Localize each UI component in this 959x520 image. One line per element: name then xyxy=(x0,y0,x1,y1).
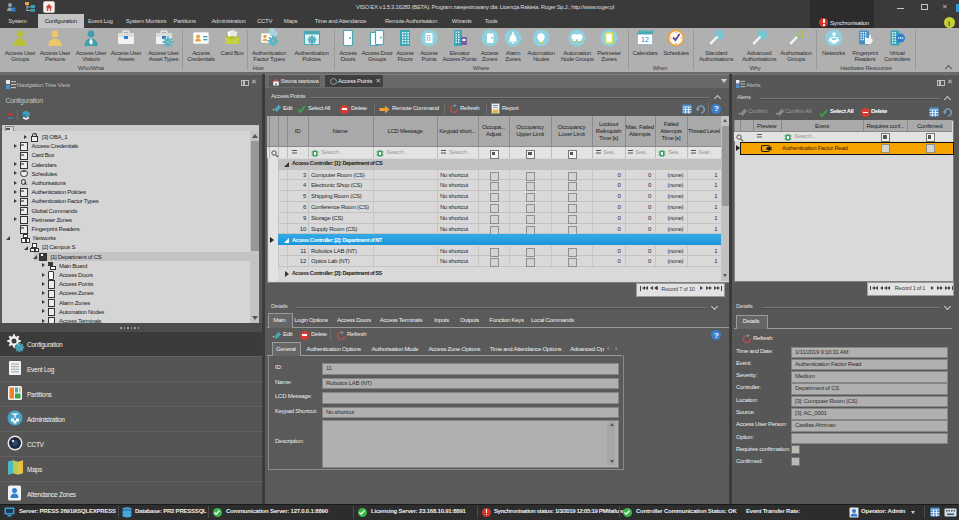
svg-text:12: 12 xyxy=(641,36,649,43)
